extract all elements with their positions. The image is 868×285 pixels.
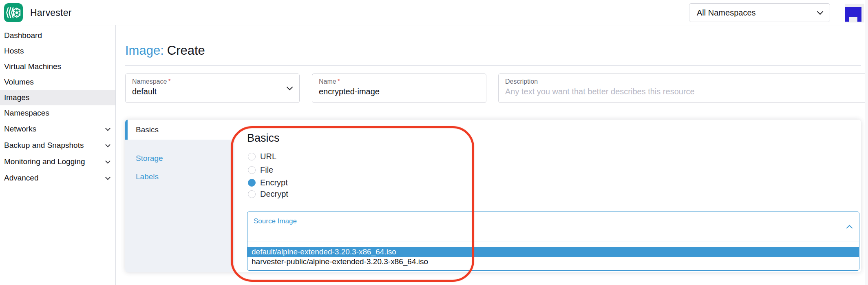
sidebar-item-images[interactable]: Images bbox=[0, 90, 115, 105]
brand-title: Harvester bbox=[30, 0, 72, 25]
chevron-down-icon bbox=[105, 142, 110, 147]
tab-label: Basics bbox=[136, 125, 159, 134]
page-title-action: Create bbox=[167, 43, 205, 58]
sidebar-item-label: Virtual Machines bbox=[4, 62, 61, 71]
namespace-field-label: Namespace* bbox=[132, 78, 293, 85]
description-input[interactable] bbox=[505, 87, 868, 96]
dropdown-option-default-image[interactable]: default/alpine-extended-3.20.3-x86_64.is… bbox=[247, 247, 859, 257]
sidebar-item-networks[interactable]: Networks bbox=[0, 121, 115, 137]
radio-option-file[interactable]: File bbox=[248, 165, 273, 175]
sidebar-item-label: Hosts bbox=[4, 47, 24, 56]
avatar-glyph-left bbox=[845, 17, 849, 22]
name-field: Name* bbox=[312, 73, 486, 103]
panel-heading: Basics bbox=[247, 132, 280, 145]
sidebar-item-advanced[interactable]: Advanced bbox=[0, 170, 115, 186]
description-field-label: Description bbox=[505, 78, 868, 85]
namespace-field-value: default bbox=[132, 87, 293, 96]
radio-icon bbox=[248, 190, 256, 198]
source-image-label: Source Image bbox=[254, 217, 297, 225]
main-content: Image:Create Namespace* default Name* De… bbox=[116, 25, 868, 285]
chevron-down-icon bbox=[105, 158, 110, 164]
radio-option-url[interactable]: URL bbox=[248, 152, 276, 161]
description-field: Description bbox=[498, 73, 868, 103]
chevron-down-icon bbox=[105, 175, 110, 180]
page-title-resource: Image: bbox=[125, 43, 164, 58]
sidebar-nav: Dashboard Hosts Virtual Machines Volumes… bbox=[0, 25, 116, 285]
dropdown-option-harvester-public-image[interactable]: harvester-public/alpine-extended-3.20.3-… bbox=[247, 257, 859, 267]
radio-icon bbox=[248, 166, 256, 174]
radio-label: URL bbox=[260, 152, 276, 161]
radio-label: File bbox=[260, 165, 273, 175]
name-field-label: Name* bbox=[319, 78, 479, 85]
sidebar-item-monitoring-and-logging[interactable]: Monitoring and Logging bbox=[0, 154, 115, 170]
chevron-up-icon bbox=[846, 225, 853, 232]
sidebar-item-backup-and-snapshots[interactable]: Backup and Snapshots bbox=[0, 137, 115, 154]
radio-option-encrypt[interactable]: Encrypt bbox=[248, 178, 288, 187]
basics-panel: Basics URL File Encrypt Decrypt bbox=[234, 120, 861, 272]
sidebar-item-label: Networks bbox=[4, 125, 36, 134]
required-asterisk: * bbox=[168, 78, 170, 85]
tab-basics[interactable]: Basics bbox=[125, 120, 234, 140]
title-divider bbox=[125, 65, 861, 66]
radio-option-decrypt[interactable]: Decrypt bbox=[248, 189, 288, 199]
namespace-filter-value: All Namespaces bbox=[697, 8, 818, 18]
sidebar-item-volumes[interactable]: Volumes bbox=[0, 74, 115, 90]
sidebar-item-label: Monitoring and Logging bbox=[4, 157, 85, 166]
required-asterisk: * bbox=[338, 78, 340, 85]
page-title: Image:Create bbox=[125, 43, 205, 58]
sidebar-item-virtual-machines[interactable]: Virtual Machines bbox=[0, 59, 115, 74]
avatar-glyph bbox=[845, 7, 861, 17]
source-image-select[interactable]: Source Image bbox=[247, 212, 859, 241]
tab-label: Labels bbox=[136, 172, 159, 181]
source-image-dropdown-menu: default/alpine-extended-3.20.3-x86_64.is… bbox=[247, 241, 859, 271]
user-avatar[interactable] bbox=[845, 4, 864, 22]
namespace-field[interactable]: Namespace* default bbox=[125, 73, 300, 103]
tab-storage[interactable]: Storage bbox=[125, 149, 234, 167]
sidebar-item-dashboard[interactable]: Dashboard bbox=[0, 28, 115, 43]
radio-label: Decrypt bbox=[260, 189, 288, 199]
sidebar-item-hosts[interactable]: Hosts bbox=[0, 43, 115, 59]
radio-icon bbox=[248, 153, 256, 160]
radio-label: Encrypt bbox=[260, 178, 288, 187]
radio-checked-icon bbox=[248, 179, 256, 187]
sidebar-item-label: Advanced bbox=[4, 174, 39, 183]
sidebar-item-label: Backup and Snapshots bbox=[4, 141, 84, 150]
sidebar-item-label: Volumes bbox=[4, 78, 34, 87]
harvester-logo-glyph bbox=[6, 6, 21, 19]
sidebar-item-label: Dashboard bbox=[4, 31, 42, 40]
sidebar-item-label: Namespaces bbox=[4, 109, 49, 118]
sidebar-item-label: Images bbox=[4, 93, 29, 102]
tab-column: Basics Storage Labels bbox=[125, 120, 234, 272]
active-tab-indicator bbox=[125, 120, 128, 140]
avatar-glyph-right bbox=[857, 17, 861, 22]
image-create-card: Basics Storage Labels Basics URL File bbox=[125, 120, 861, 272]
chevron-down-icon bbox=[105, 126, 110, 131]
tab-label: Storage bbox=[136, 154, 163, 163]
harvester-app: Harvester All Namespaces Dashboard Hosts… bbox=[0, 0, 868, 285]
chevron-down-icon bbox=[817, 9, 824, 15]
tab-labels[interactable]: Labels bbox=[125, 167, 234, 186]
namespace-filter-select[interactable]: All Namespaces bbox=[689, 3, 830, 22]
app-header: Harvester All Namespaces bbox=[0, 0, 868, 25]
sidebar-item-namespaces[interactable]: Namespaces bbox=[0, 105, 115, 121]
harvester-logo-icon bbox=[4, 3, 23, 22]
vertical-scrollbar[interactable] bbox=[865, 0, 868, 285]
name-input[interactable] bbox=[319, 87, 479, 96]
